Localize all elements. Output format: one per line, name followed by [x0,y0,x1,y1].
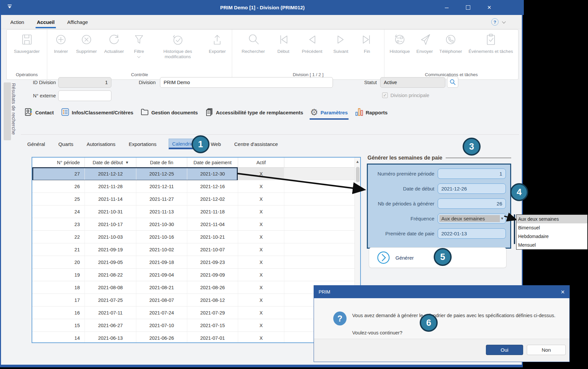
column-header-actif[interactable]: Actif [238,158,284,167]
externe-field[interactable] [58,90,111,101]
close-icon[interactable]: × [482,0,497,15]
tab-infos-classement-criteres[interactable]: Infos/Classement/Critères [60,106,134,119]
subtab-centre-d-assistance[interactable]: Centre d'assistance [233,139,279,149]
subtabs: GénéralQuartsAutorisationsExportationsCa… [26,138,279,150]
frequency-option-bimensuel[interactable]: Bimensuel [516,223,587,232]
ribbon-button-exporter[interactable]: Exporter [208,32,227,55]
tab-accessibilite-type-de-remplacements[interactable]: Accessibilité type de remplacements [204,106,304,119]
table-cell: 2021-12-11 [136,180,187,192]
ribbon-group-controle: InsérerSupprimerActualiserFiltreHistoriq… [47,30,232,79]
column-header-date-de-fin[interactable]: Date de fin [136,158,187,167]
field-input-nb-de-periodes-a-generer[interactable]: 26 [438,198,506,209]
column-header-date-de-debut[interactable]: Date de début▼ [85,158,136,167]
table-row[interactable]: 272021-12-122021-12-252021-12-30X [32,168,360,180]
table-row[interactable]: 222021-10-032021-10-162021-10-21X [32,231,360,243]
tab-rapports[interactable]: Rapports [354,106,388,119]
ribbon-button-historique[interactable]: Historique [388,32,411,55]
table-row[interactable]: 252021-11-142021-11-272021-12-02X [32,193,360,205]
subtab-general[interactable]: Général [26,139,46,149]
yes-button[interactable]: Oui [486,345,523,355]
table-row[interactable]: 172021-07-252021-08-072021-08-12X [32,294,360,307]
ribbon-button-envoyer[interactable]: Envoyer [415,32,434,55]
scrollbar-thumb[interactable] [356,167,360,182]
field-input-date-de-debut[interactable]: 2021-12-26 [438,184,506,194]
table-row[interactable]: 192021-08-222021-09-042021-09-09X [32,269,360,281]
ribbon-button-actualiser[interactable]: Actualiser [103,32,125,55]
frequency-option-mensuel[interactable]: Mensuel [516,241,587,249]
ribbon-button-telephoner[interactable]: Téléphoner [438,32,463,55]
ribbon: SauvegarderOpérationsInsérerSupprimerAct… [6,29,518,80]
table-row[interactable]: 232021-10-172021-10-302021-11-04X [32,218,360,231]
table-cell: 2021-06-13 [85,332,136,343]
table-cell: 23 [32,218,85,230]
scroll-up-icon[interactable]: ▲ [355,158,360,163]
column-header-n-periode[interactable]: N° période [32,158,85,167]
table-row[interactable]: 262021-11-282021-12-112021-12-16X [32,180,360,193]
dialog-title-bar[interactable]: PRIM × [314,286,569,298]
sidebar-tab-search-results[interactable]: Résultats de recherche [11,83,16,143]
dialog-close-icon[interactable]: × [561,288,565,296]
ribbon-button-sauvegarder[interactable]: Sauvegarder [13,32,41,55]
ribbon-button-evenements-et-taches[interactable]: Événements et tâches [467,32,514,55]
menu-tab-accueil[interactable]: Accueil [36,18,55,26]
subtab-quarts[interactable]: Quarts [57,139,74,149]
tab-contact[interactable]: Contact [24,106,55,119]
table-cell [284,269,360,281]
chevron-down-icon[interactable] [502,20,506,23]
ribbon-button-filtre[interactable]: Filtre [130,32,148,58]
minimize-icon[interactable]: – [439,0,454,15]
table-row[interactable]: 152021-06-272021-07-102021-07-15X [32,319,360,332]
division-principale-checkbox[interactable]: ✓ [382,92,388,98]
table-cell: 24 [32,205,85,218]
tab-gestion-documents[interactable]: Gestion documents [140,106,199,119]
table-row[interactable]: 162021-07-112021-07-242021-07-29X [32,307,360,319]
previous-icon [304,32,320,48]
sidebar-handle[interactable] [4,82,11,140]
column-header-date-de-paiement[interactable]: Date de paiement [187,158,238,167]
subtab-exportations[interactable]: Exportations [127,139,158,149]
ribbon-button-inserer[interactable]: Insérer [52,32,70,55]
maximize-icon[interactable] [461,0,475,15]
table-cell: 26 [32,180,85,192]
externe-label: N° externe [14,93,56,98]
menu-tab-affichage[interactable]: Affichage [67,18,88,26]
ribbon-button-fin[interactable]: Fin [358,32,376,55]
no-button[interactable]: Non [527,345,566,355]
ribbon-button-debut[interactable]: Début [274,32,292,55]
statut-field[interactable] [380,77,445,88]
ribbon-button-supprimer[interactable]: Supprimer [75,32,98,55]
menu-tab-action[interactable]: Action [10,18,25,26]
id-division-field[interactable] [58,77,111,88]
table-row[interactable]: 202021-09-052021-09-182021-09-23X [32,256,360,269]
table-row[interactable]: 142021-06-132021-06-262021-07-01X [32,332,360,343]
table-row[interactable]: 242021-10-312021-11-132021-11-18X [32,205,360,218]
table-cell: X [238,205,284,218]
field-input-numero-premiere-periode[interactable]: 1 [438,169,506,179]
chevron-down-icon[interactable] [137,55,141,58]
tab-label: Contact [35,110,54,115]
ribbon-button-historique-des-modifications[interactable]: Historique des modifications [153,32,203,60]
table-cell [284,193,360,205]
table-row[interactable]: 212021-09-192021-10-022021-10-07X [32,243,360,256]
tab-parametres[interactable]: ⚙Paramètres [310,106,349,119]
table-row[interactable]: 182021-08-082021-08-212021-08-26X [32,281,360,294]
frequency-option-hebdomadaire[interactable]: Hebdomadaire [516,232,587,241]
field-label: Date de début [368,186,434,191]
help-icon[interactable]: ? [491,18,499,26]
sort-desc-icon[interactable]: ▼ [126,161,128,164]
column-header-empty[interactable] [284,158,360,167]
subtab-web[interactable]: Web [210,139,222,149]
search-icon [449,79,456,85]
ribbon-button-suivant[interactable]: Suivant [332,32,350,55]
table-cell: 2021-09-23 [187,256,238,268]
subtab-autorisations[interactable]: Autorisations [85,139,117,149]
ribbon-button-precedent[interactable]: Précédent [301,32,324,55]
ribbon-button-rechercher[interactable]: Rechercher [240,32,266,55]
statut-search-button[interactable] [447,76,458,88]
dropdown-arrow-icon[interactable]: ▼ [501,217,504,220]
field-input-premiere-date-de-paie[interactable]: 2022-01-13 [438,228,506,239]
frequency-option-aux-deux-semaines[interactable]: Aux deux semaines [516,215,587,223]
field-input-frequence[interactable]: Aux deux semaines▼ [438,213,506,224]
division-field[interactable] [160,77,333,88]
tab-label: Rapports [366,110,388,115]
